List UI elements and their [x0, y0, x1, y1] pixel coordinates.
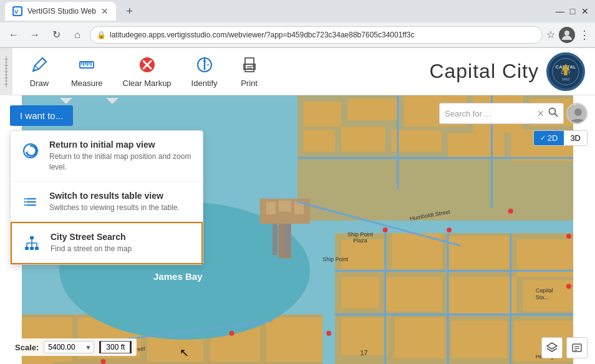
browser-toolbar: ← → ↻ ⌂ 🔒 latitudegeo.apps.vertigisstudi…: [0, 22, 595, 47]
browser-tab[interactable]: V VertiGIS Studio Web ✕: [5, 2, 116, 21]
app-toolbar: Draw Measure Clear Markup Identify Print: [0, 48, 595, 95]
svg-point-32: [252, 65, 254, 67]
svg-point-98: [101, 359, 106, 364]
svg-point-25: [203, 60, 206, 62]
clear-markup-toolbar-item[interactable]: Clear Markup: [113, 50, 181, 93]
svg-rect-62: [448, 277, 517, 314]
window-controls: — □ ✕: [555, 6, 590, 16]
legend-button[interactable]: [566, 337, 588, 358]
svg-marker-38: [60, 98, 72, 104]
map-bottom-right-controls: [541, 337, 588, 358]
browser-titlebar: V VertiGIS Studio Web ✕ + — □ ✕: [0, 0, 595, 22]
vertical-ruler: [0, 48, 12, 95]
svg-rect-56: [341, 239, 385, 271]
scale-label: Scale:: [15, 343, 39, 352]
map-search-bar[interactable]: Search for ... ✕: [439, 103, 564, 124]
svg-text:1862: 1862: [562, 77, 570, 80]
scale-select[interactable]: 5400.00 2700.00 10800.00: [44, 341, 94, 353]
svg-text:Ship Point: Ship Point: [347, 231, 374, 237]
svg-point-92: [447, 228, 452, 232]
measure-toolbar-item[interactable]: Measure: [61, 50, 113, 93]
svg-rect-84: [285, 224, 290, 255]
svg-point-96: [326, 331, 331, 336]
minimize-button[interactable]: —: [555, 6, 565, 16]
measure-icon: [77, 55, 97, 75]
identify-label: Identify: [191, 79, 218, 88]
search-clear-button[interactable]: ✕: [537, 108, 544, 118]
tab-close-button[interactable]: ✕: [101, 6, 109, 16]
reload-button[interactable]: ↻: [47, 26, 65, 44]
search-placeholder: Search for ...: [445, 109, 533, 118]
svg-point-97: [229, 331, 234, 336]
network-icon: [22, 233, 42, 253]
url-text: latitudegeo.apps.vertigisstudio.com/webv…: [110, 31, 536, 39]
svg-rect-120: [35, 247, 39, 250]
menu-item-city-street-title: City Street Search: [51, 232, 191, 242]
svg-rect-50: [448, 133, 504, 158]
map-area: James Bay Ship Point Plaza Ship Point Hu…: [0, 95, 595, 364]
svg-point-93: [508, 209, 513, 214]
scale-select-wrapper: 5400.00 2700.00 10800.00 ▼: [44, 341, 94, 353]
svg-rect-78: [266, 318, 322, 362]
svg-rect-86: [266, 202, 276, 214]
svg-rect-48: [341, 127, 385, 151]
svg-rect-117: [30, 236, 34, 239]
dropdown-menu: Return to initial map view Return to the…: [10, 130, 203, 265]
search-go-button[interactable]: [548, 107, 558, 120]
view-2d-button[interactable]: 2D: [534, 131, 564, 145]
new-tab-button[interactable]: +: [121, 2, 138, 20]
svg-rect-47: [304, 130, 335, 151]
view-3d-button[interactable]: 3D: [564, 131, 587, 145]
layers-button[interactable]: [541, 337, 563, 358]
draw-label: Draw: [30, 79, 49, 88]
identify-toolbar-item[interactable]: Identify: [181, 50, 228, 93]
menu-item-return-content: Return to initial map view Return to the…: [49, 140, 193, 173]
address-bar[interactable]: 🔒 latitudegeo.apps.vertigisstudio.com/we…: [90, 26, 543, 44]
refresh-icon: [21, 141, 41, 161]
measure-label: Measure: [71, 79, 103, 88]
scale-bar: Scale: 5400.00 2700.00 10800.00 ▼ 300 ft: [10, 338, 137, 356]
forward-button[interactable]: →: [26, 26, 44, 44]
view-toggle: 2D 3D: [533, 130, 588, 146]
svg-line-127: [555, 114, 558, 117]
app-logo: CAPITAL CITY 1862: [546, 52, 585, 91]
svg-rect-43: [347, 98, 397, 120]
menu-item-city-street[interactable]: City Street Search Find a street on the …: [11, 222, 203, 264]
menu-item-switch[interactable]: Switch to results table view Switches to…: [11, 182, 203, 223]
svg-rect-29: [245, 64, 254, 72]
measure-indicator: [106, 95, 119, 107]
i-want-to-button[interactable]: I want to...: [10, 105, 73, 126]
list-icon: [21, 192, 41, 212]
home-button[interactable]: ⌂: [69, 26, 86, 44]
menu-item-return-title: Return to initial map view: [49, 140, 193, 150]
svg-rect-61: [385, 277, 442, 311]
print-icon: [239, 55, 259, 75]
svg-rect-65: [395, 318, 445, 358]
more-menu-button[interactable]: ⋮: [579, 28, 590, 42]
bookmark-button[interactable]: ☆: [546, 29, 555, 41]
user-avatar[interactable]: [566, 103, 588, 124]
menu-item-city-street-desc: Find a street on the map: [51, 244, 191, 254]
svg-text:James Bay: James Bay: [153, 271, 203, 282]
svg-point-94: [566, 234, 571, 239]
svg-point-2: [564, 31, 569, 36]
print-toolbar-item[interactable]: Print: [228, 50, 271, 93]
draw-icon: [29, 55, 49, 75]
lock-icon: 🔒: [97, 31, 106, 39]
menu-item-return[interactable]: Return to initial map view Return to the…: [11, 131, 203, 182]
maximize-button[interactable]: □: [568, 6, 578, 16]
svg-rect-28: [245, 58, 254, 64]
svg-point-126: [549, 108, 556, 115]
clear-markup-icon: [137, 55, 157, 75]
clear-markup-label: Clear Markup: [123, 79, 172, 88]
svg-rect-83: [273, 224, 278, 255]
menu-item-switch-desc: Switches to viewing results in the table…: [49, 203, 193, 213]
back-button[interactable]: ←: [5, 26, 22, 44]
profile-button[interactable]: [559, 27, 575, 43]
draw-toolbar-item[interactable]: Draw: [17, 50, 61, 93]
menu-item-return-desc: Return to the initial map position and z…: [49, 151, 193, 173]
scale-distance: 300 ft: [99, 341, 132, 353]
svg-rect-87: [279, 201, 291, 212]
svg-rect-66: [451, 321, 507, 358]
close-button[interactable]: ✕: [580, 6, 590, 16]
